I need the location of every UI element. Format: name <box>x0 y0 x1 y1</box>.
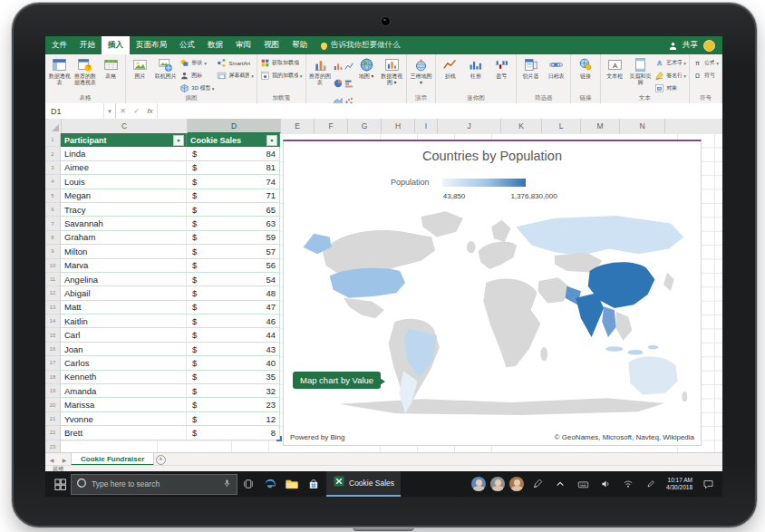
file-explorer-icon[interactable] <box>281 473 303 495</box>
action-center-icon[interactable] <box>697 473 719 495</box>
table-row[interactable]: 21Yvonne$12 <box>45 412 280 426</box>
filter-dropdown-icon[interactable]: ▾ <box>266 135 277 146</box>
row-header-13[interactable]: 13 <box>45 301 61 314</box>
column-chart-icon[interactable] <box>334 58 343 74</box>
row-header-17[interactable]: 17 <box>45 356 61 370</box>
bar-chart-icon[interactable] <box>344 75 353 92</box>
ribbon-button-icons[interactable]: 图标 <box>179 70 215 82</box>
table-row[interactable]: 10Marva$56 <box>45 259 280 273</box>
row-header-20[interactable]: 20 <box>45 398 61 411</box>
enter-icon[interactable]: ✓ <box>130 103 143 119</box>
row-header-15[interactable]: 15 <box>45 328 61 342</box>
ribbon-button-pivotchart[interactable]: 数据透视图 ▾ <box>380 55 404 104</box>
cookie-sales-cell[interactable]: $57 <box>187 245 280 258</box>
ribbon-button-3d-map[interactable]: 三维地图 ▾ <box>409 55 433 94</box>
row-header-14[interactable]: 14 <box>45 314 61 328</box>
participant-cell[interactable]: Amanda <box>61 384 187 398</box>
column-header-H[interactable]: H <box>382 119 415 133</box>
ribbon-button-table[interactable]: 表格 <box>99 55 123 94</box>
cookie-sales-cell[interactable]: $12 <box>187 412 280 426</box>
cookie-sales-cell[interactable]: $35 <box>187 371 280 384</box>
sheet-tab-cookie-fundraiser[interactable]: Cookie Fundraiser <box>71 453 154 466</box>
cookie-sales-cell[interactable]: $43 <box>187 343 280 356</box>
edge-icon[interactable] <box>259 473 281 495</box>
participant-cell[interactable]: Brett <box>61 426 187 440</box>
ribbon-button-signature-line[interactable]: 签名行▾ <box>654 70 687 82</box>
ribbon-button-recommended-charts[interactable]: 推荐的图表 <box>308 55 333 104</box>
store-icon[interactable] <box>303 473 324 495</box>
table-row[interactable]: 16Joan$43 <box>45 343 280 356</box>
start-button[interactable] <box>49 473 71 495</box>
participant-cell[interactable]: Linda <box>61 147 187 160</box>
cookie-sales-cell[interactable]: $74 <box>187 175 280 189</box>
row-header-3[interactable]: 3 <box>45 161 61 175</box>
ribbon-button-my-add-ins[interactable]: 我的加载项▾ <box>259 70 304 82</box>
ribbon-tab-home[interactable]: 开始 <box>73 36 102 54</box>
ribbon-button-symbol[interactable]: Ω符号 <box>692 70 720 82</box>
row-header-1[interactable]: 1 <box>45 133 61 147</box>
insert-function-icon[interactable]: fx <box>143 103 158 119</box>
row-header-22[interactable]: 22 <box>45 426 61 440</box>
table-row[interactable]: 8Graham$59 <box>45 231 280 245</box>
participant-cell[interactable]: Savannah <box>61 217 187 230</box>
participant-cell[interactable]: Abigail <box>61 286 187 300</box>
row-header-16[interactable]: 16 <box>45 343 61 356</box>
people-avatar-2[interactable] <box>490 477 505 491</box>
ribbon-button-recommended-pivottables[interactable]: ?推荐的数据透视表 <box>73 55 97 94</box>
formula-input[interactable] <box>158 103 722 119</box>
row-header-11[interactable]: 11 <box>45 273 61 286</box>
touch-keyboard-icon[interactable] <box>572 473 594 495</box>
ribbon-button-online-pictures[interactable]: 联机图片 <box>153 55 178 94</box>
row-header-9[interactable]: 9 <box>45 245 61 258</box>
ribbon-button-shapes[interactable]: 形状▾ <box>179 57 215 69</box>
ribbon-tab-data[interactable]: 数据 <box>201 36 229 54</box>
cookie-sales-cell[interactable]: $8 <box>187 426 280 440</box>
participant-cell[interactable]: Joan <box>61 343 187 356</box>
show-hidden-icons-chevron[interactable] <box>549 473 571 495</box>
sheet-grid[interactable]: 1Participant▾Cookie Sales▾2Linda$843Aime… <box>45 133 722 452</box>
name-box-dropdown-icon[interactable]: ▼ <box>104 103 116 119</box>
ribbon-button-maps[interactable]: 地图 ▾ <box>354 55 379 104</box>
participant-cell[interactable]: Angelina <box>61 273 187 286</box>
table-row[interactable]: 14Kaitlin$46 <box>45 314 280 328</box>
taskbar-search[interactable]: Type here to search <box>71 474 237 495</box>
ribbon-button-smartart[interactable]: SmartArt <box>216 57 255 69</box>
row-header-18[interactable]: 18 <box>45 371 61 384</box>
filter-dropdown-icon[interactable]: ▾ <box>173 135 184 146</box>
participant-cell[interactable]: Kaitlin <box>61 314 187 328</box>
volume-icon[interactable] <box>595 473 616 495</box>
ribbon-button-win-loss-sparkline[interactable]: 盈亏 <box>489 55 514 94</box>
participant-cell[interactable]: Graham <box>61 231 187 245</box>
ribbon-button-equation[interactable]: π公式▾ <box>692 57 720 69</box>
row-header-21[interactable]: 21 <box>45 412 61 426</box>
row-header-7[interactable]: 7 <box>45 217 61 230</box>
cookie-sales-cell[interactable]: $59 <box>187 231 280 245</box>
ribbon-tab-page-layout[interactable]: 页面布局 <box>130 36 173 54</box>
participant-cell[interactable]: Matt <box>61 301 187 314</box>
ribbon-button-slicer[interactable]: 切片器 <box>518 55 543 94</box>
ribbon-button-link[interactable]: 链接 <box>573 55 597 94</box>
windows-ink-icon[interactable] <box>527 473 548 495</box>
column-header-L[interactable]: L <box>542 119 581 133</box>
column-header-K[interactable]: K <box>501 119 542 133</box>
line-chart-icon[interactable] <box>344 58 353 74</box>
ribbon-button-column-sparkline[interactable]: 柱形 <box>463 55 488 94</box>
ribbon-tab-view[interactable]: 视图 <box>257 36 286 54</box>
taskbar-clock[interactable]: 10:17 AM 4/30/2018 <box>663 477 696 491</box>
column-header-F[interactable]: F <box>315 119 348 133</box>
row-header-5[interactable]: 5 <box>45 189 61 203</box>
ribbon-button-screenshot[interactable]: 屏幕截图▾ <box>216 70 255 82</box>
ribbon-button-pictures[interactable]: 图片 <box>128 55 152 94</box>
column-header-C[interactable]: C <box>62 119 188 133</box>
ribbon-button-text-box[interactable]: A文本框 <box>603 55 627 94</box>
table-row[interactable]: 18Kenneth$35 <box>45 371 280 384</box>
table-resize-handle[interactable] <box>276 436 282 441</box>
ribbon-button-wordart[interactable]: A艺术字▾ <box>654 57 687 69</box>
participant-cell[interactable]: Carl <box>61 328 187 342</box>
cookie-sales-cell[interactable]: $40 <box>187 356 280 370</box>
row-header-8[interactable]: 8 <box>45 231 61 245</box>
table-row[interactable]: 13Matt$47 <box>45 301 280 314</box>
cookie-sales-cell[interactable]: $81 <box>187 161 280 175</box>
table-row[interactable]: 22Brett$8 <box>45 426 280 440</box>
participant-cell[interactable]: Milton <box>61 245 187 258</box>
